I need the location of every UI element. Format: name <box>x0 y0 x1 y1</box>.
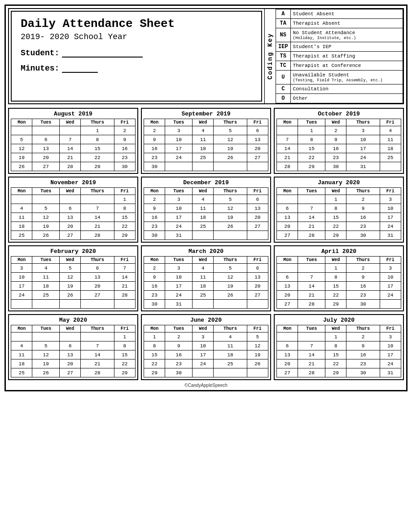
calendar-day[interactable]: 22 <box>114 222 135 231</box>
calendar-day[interactable]: 6 <box>81 264 114 273</box>
calendar-day[interactable]: 27 <box>247 222 268 231</box>
calendar-day[interactable]: 11 <box>32 273 60 282</box>
calendar-day[interactable]: 29 <box>114 368 135 377</box>
calendar-day[interactable]: 1 <box>298 126 325 135</box>
calendar-day[interactable]: 3 <box>193 332 214 341</box>
calendar-day[interactable]: 6 <box>247 126 268 135</box>
calendar-day[interactable]: 4 <box>32 264 60 273</box>
calendar-day[interactable]: 1 <box>114 195 135 204</box>
calendar-day[interactable]: 20 <box>277 222 298 231</box>
calendar-day[interactable]: 13 <box>277 213 298 222</box>
calendar-day[interactable]: 24 <box>380 222 401 231</box>
calendar-day[interactable]: 12 <box>214 135 247 144</box>
calendar-day[interactable]: 2 <box>165 332 193 341</box>
calendar-day[interactable]: 14 <box>298 350 325 359</box>
calendar-day[interactable]: 9 <box>114 135 135 144</box>
calendar-day[interactable]: 18 <box>214 350 247 359</box>
calendar-day[interactable]: 22 <box>325 222 346 231</box>
calendar-day[interactable]: 9 <box>144 135 165 144</box>
calendar-day[interactable]: 16 <box>144 144 165 153</box>
calendar-day[interactable]: 19 <box>247 350 268 359</box>
calendar-day[interactable]: 21 <box>114 282 135 291</box>
calendar-day[interactable]: 25 <box>11 368 32 377</box>
calendar-day[interactable]: 23 <box>325 153 346 162</box>
calendar-day[interactable]: 5 <box>11 135 32 144</box>
calendar-day[interactable]: 9 <box>165 341 193 350</box>
calendar-day[interactable]: 12 <box>32 350 60 359</box>
calendar-day[interactable]: 12 <box>214 273 247 282</box>
calendar-day[interactable]: 21 <box>298 359 325 368</box>
minutes-underline[interactable] <box>62 72 98 73</box>
calendar-day[interactable]: 11 <box>193 135 214 144</box>
calendar-day[interactable]: 19 <box>60 282 81 291</box>
calendar-day[interactable]: 5 <box>247 332 268 341</box>
calendar-day[interactable]: 17 <box>346 144 380 153</box>
calendar-day[interactable]: 21 <box>60 153 81 162</box>
calendar-day[interactable]: 10 <box>11 273 32 282</box>
calendar-day[interactable]: 15 <box>114 213 135 222</box>
calendar-day[interactable]: 17 <box>165 282 193 291</box>
calendar-day[interactable]: 10 <box>380 273 401 282</box>
calendar-day[interactable]: 1 <box>114 332 135 341</box>
calendar-day[interactable]: 31 <box>346 162 380 171</box>
calendar-day[interactable]: 26 <box>247 359 268 368</box>
calendar-day[interactable]: 12 <box>247 341 268 350</box>
calendar-day[interactable]: 23 <box>144 222 165 231</box>
calendar-day[interactable]: 15 <box>325 213 346 222</box>
calendar-day[interactable]: 28 <box>81 231 114 240</box>
calendar-day[interactable]: 14 <box>81 213 114 222</box>
calendar-day[interactable]: 26 <box>214 222 247 231</box>
calendar-day[interactable]: 7 <box>277 135 298 144</box>
calendar-day[interactable]: 7 <box>298 273 325 282</box>
calendar-day[interactable]: 17 <box>165 144 193 153</box>
calendar-day[interactable]: 12 <box>214 204 247 213</box>
calendar-day[interactable]: 20 <box>60 222 81 231</box>
calendar-day[interactable]: 3 <box>165 195 193 204</box>
calendar-day[interactable]: 14 <box>60 144 81 153</box>
calendar-day[interactable]: 6 <box>247 264 268 273</box>
calendar-day[interactable]: 15 <box>114 350 135 359</box>
calendar-day[interactable]: 2 <box>144 126 165 135</box>
calendar-day[interactable]: 7 <box>81 204 114 213</box>
calendar-day[interactable]: 11 <box>214 341 247 350</box>
calendar-day[interactable]: 23 <box>346 222 380 231</box>
calendar-day[interactable]: 6 <box>247 195 268 204</box>
calendar-day[interactable]: 4 <box>11 341 32 350</box>
calendar-day[interactable]: 3 <box>11 264 32 273</box>
calendar-day[interactable]: 25 <box>193 291 214 300</box>
calendar-day[interactable]: 2 <box>346 264 380 273</box>
calendar-day[interactable]: 6 <box>60 204 81 213</box>
calendar-day[interactable]: 23 <box>165 359 193 368</box>
calendar-day[interactable]: 16 <box>346 350 380 359</box>
calendar-day[interactable]: 11 <box>11 213 32 222</box>
calendar-day[interactable]: 8 <box>81 135 114 144</box>
calendar-day[interactable]: 30 <box>346 368 380 377</box>
calendar-day[interactable]: 10 <box>165 135 193 144</box>
calendar-day[interactable]: 14 <box>114 273 135 282</box>
calendar-day[interactable]: 20 <box>81 282 114 291</box>
calendar-day[interactable]: 10 <box>165 273 193 282</box>
calendar-day[interactable]: 25 <box>380 153 401 162</box>
calendar-day[interactable]: 16 <box>165 350 193 359</box>
calendar-day[interactable]: 22 <box>114 359 135 368</box>
calendar-day[interactable]: 28 <box>114 291 135 300</box>
calendar-day[interactable]: 26 <box>60 291 81 300</box>
calendar-day[interactable]: 21 <box>277 153 298 162</box>
calendar-day[interactable]: 5 <box>214 264 247 273</box>
calendar-day[interactable]: 1 <box>325 264 346 273</box>
calendar-day[interactable]: 8 <box>325 273 346 282</box>
calendar-day[interactable]: 24 <box>193 359 214 368</box>
calendar-day[interactable]: 22 <box>298 153 325 162</box>
calendar-day[interactable]: 2 <box>346 332 380 341</box>
calendar-day[interactable]: 1 <box>325 332 346 341</box>
calendar-day[interactable]: 29 <box>325 368 346 377</box>
calendar-day[interactable]: 26 <box>32 368 60 377</box>
calendar-day[interactable]: 28 <box>277 162 298 171</box>
calendar-day[interactable]: 19 <box>11 153 32 162</box>
calendar-day[interactable]: 26 <box>11 162 32 171</box>
calendar-day[interactable]: 6 <box>32 135 60 144</box>
calendar-day[interactable]: 23 <box>346 291 380 300</box>
calendar-day[interactable]: 13 <box>81 273 114 282</box>
calendar-day[interactable]: 5 <box>32 341 60 350</box>
calendar-day[interactable]: 20 <box>247 144 268 153</box>
